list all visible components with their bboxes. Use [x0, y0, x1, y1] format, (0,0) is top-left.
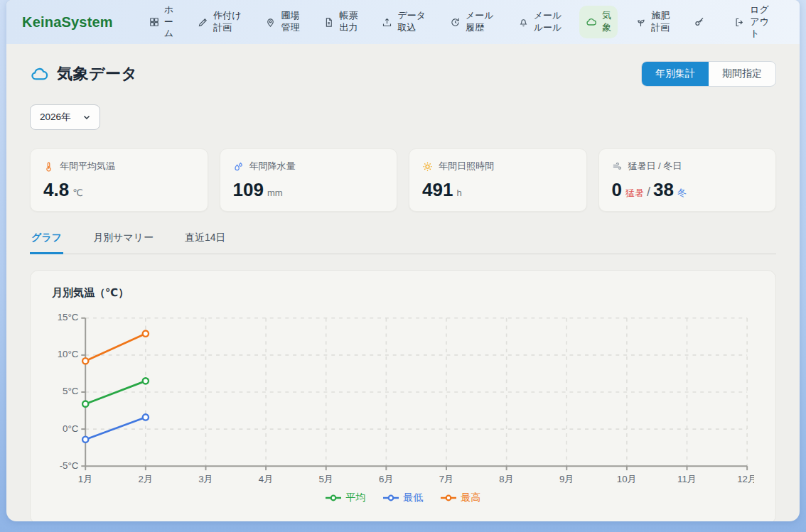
separator: /	[647, 185, 650, 199]
chart-legend: 平均最低最高	[52, 492, 754, 504]
chevron-down-icon	[82, 113, 91, 121]
rainfall-card: 年間降水量 109mm	[220, 148, 398, 212]
legend-marker-icon	[441, 494, 456, 502]
home-grid-icon	[149, 17, 159, 27]
stat-label: 年間降水量	[249, 160, 296, 173]
app-logo[interactable]: KeinaSystem	[22, 14, 113, 31]
winter-days-unit: 冬	[677, 188, 687, 198]
hot-days-unit: 猛暑	[625, 188, 644, 198]
legend-label: 最低	[404, 492, 424, 504]
wind-icon	[612, 161, 623, 172]
legend-item[interactable]: 最高	[441, 492, 481, 504]
stat-value: 109	[233, 179, 264, 200]
svg-text:10°C: 10°C	[58, 349, 79, 359]
logout-icon	[734, 17, 745, 28]
nav-item-data-import[interactable]: データ 取込	[375, 6, 432, 38]
svg-text:-5°C: -5°C	[60, 460, 79, 471]
hot-days-value: 0	[612, 179, 622, 200]
nav-label: ホ ー ム	[164, 4, 173, 40]
winter-days-value: 38	[653, 179, 674, 200]
thermometer-icon	[43, 161, 54, 172]
nav-label: ログ アウ ト	[750, 4, 769, 40]
weather-cloud-icon	[30, 65, 49, 84]
nav-item-report-output[interactable]: 帳票 出力	[317, 6, 364, 38]
svg-text:8月: 8月	[499, 474, 514, 484]
stat-label: 猛暑日 / 冬日	[628, 160, 682, 173]
legend-marker-icon	[326, 494, 341, 502]
seedling-icon	[635, 17, 646, 28]
chart-card: 月別気温（℃） 15°C10°C5°C0°C-5°C1月2月3月4月5月6月7月…	[30, 270, 776, 521]
stat-value: 4.8	[43, 179, 69, 200]
nav-label: 施肥 計画	[651, 10, 670, 34]
chart-title: 月別気温（℃）	[52, 286, 754, 300]
map-pin-icon	[265, 17, 276, 28]
svg-text:1月: 1月	[78, 474, 93, 484]
nav-label: データ 取込	[397, 10, 426, 34]
monthly-temperature-chart: 15°C10°C5°C0°C-5°C1月2月3月4月5月6月7月8月9月10月1…	[52, 310, 754, 490]
nav-label: メール ルール	[534, 10, 562, 34]
svg-text:6月: 6月	[379, 474, 394, 484]
year-select-value: 2026年	[40, 111, 71, 124]
stat-label: 年間日照時間	[439, 160, 494, 173]
svg-text:3月: 3月	[198, 474, 213, 484]
page-title: 気象データ	[57, 63, 138, 85]
legend-marker-icon	[383, 494, 399, 502]
app-window: KeinaSystem ホ ー ム 作付け 計画 圃場 管理 帳票 出力 データ…	[6, 0, 800, 521]
nav-label: 作付け 計画	[213, 10, 241, 34]
legend-item[interactable]: 最低	[383, 492, 424, 504]
tab-monthly-summary[interactable]: 月別サマリー	[92, 229, 155, 254]
tab-bar: グラフ 月別サマリー 直近14日	[30, 229, 776, 254]
svg-text:5°C: 5°C	[63, 386, 79, 396]
stat-unit: ℃	[72, 188, 83, 198]
avg-temp-card: 年間平均気温 4.8℃	[30, 148, 208, 212]
yearly-summary-button[interactable]: 年別集計	[642, 62, 709, 86]
legend-label: 最高	[461, 492, 481, 504]
document-icon	[323, 17, 334, 28]
sun-icon	[422, 161, 433, 172]
svg-text:12月: 12月	[737, 474, 754, 484]
svg-text:5月: 5月	[318, 474, 333, 484]
stat-unit: h	[456, 188, 461, 198]
pencil-icon	[198, 17, 208, 28]
legend-item[interactable]: 平均	[326, 492, 366, 504]
period-select-button[interactable]: 期間指定	[709, 62, 775, 86]
nav-item-mail-rules[interactable]: メール ルール	[512, 6, 569, 38]
nav-item-home[interactable]: ホ ー ム	[143, 0, 180, 44]
key-icon	[694, 16, 705, 28]
svg-text:2月: 2月	[139, 474, 154, 484]
nav-label: メール 履歴	[466, 10, 494, 34]
tab-recent-14-days[interactable]: 直近14日	[183, 229, 227, 254]
stat-label: 年間平均気温	[60, 160, 115, 173]
svg-text:0°C: 0°C	[63, 423, 79, 434]
cloud-icon	[586, 16, 597, 28]
svg-text:11月: 11月	[677, 474, 697, 484]
nav-item-weather[interactable]: 気 象	[579, 6, 618, 38]
nav-label: 圃場 管理	[281, 10, 299, 34]
main-content: 気象データ 年別集計 期間指定 2026年 年間平均気温 4.8℃	[6, 44, 800, 521]
nav-item-field-management[interactable]: 圃場 管理	[259, 6, 306, 38]
upload-icon	[382, 17, 392, 28]
stat-value: 491	[422, 179, 453, 200]
droplets-icon	[233, 161, 244, 172]
year-select[interactable]: 2026年	[30, 104, 100, 130]
nav-item-logout[interactable]: ログ アウ ト	[728, 0, 775, 44]
bell-icon	[518, 17, 529, 28]
svg-text:7月: 7月	[439, 474, 454, 484]
nav-label: 帳票 出力	[339, 10, 358, 34]
svg-text:9月: 9月	[559, 474, 574, 484]
legend-label: 平均	[346, 492, 366, 504]
svg-text:4月: 4月	[259, 474, 274, 484]
nav-label: 気 象	[602, 10, 611, 34]
nav-item-fertilizer-plan[interactable]: 施肥 計画	[629, 6, 676, 38]
extreme-days-card: 猛暑日 / 冬日 0猛暑/38冬	[598, 148, 777, 212]
svg-text:15°C: 15°C	[58, 312, 79, 322]
main-nav: ホ ー ム 作付け 計画 圃場 管理 帳票 出力 データ 取込 メール 履歴	[137, 0, 781, 44]
tab-graph[interactable]: グラフ	[30, 229, 63, 254]
svg-text:10月: 10月	[617, 474, 637, 484]
nav-item-planting-plan[interactable]: 作付け 計画	[191, 6, 247, 38]
stat-cards: 年間平均気温 4.8℃ 年間降水量 109mm 年間日照時間 491h	[30, 148, 776, 212]
sunshine-card: 年間日照時間 491h	[409, 148, 587, 212]
nav-item-key[interactable]	[687, 12, 716, 32]
nav-item-mail-history[interactable]: メール 履歴	[444, 6, 500, 38]
stat-unit: mm	[267, 188, 283, 198]
